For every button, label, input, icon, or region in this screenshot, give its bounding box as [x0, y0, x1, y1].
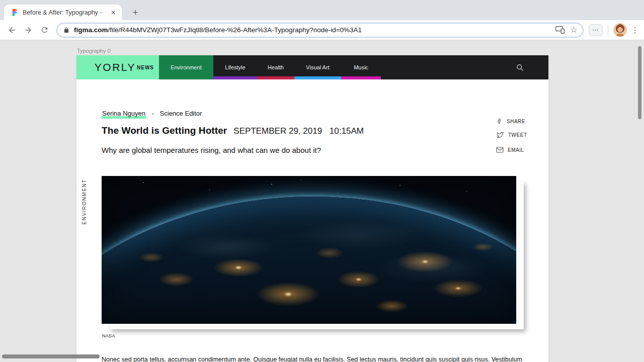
site-header: YORLY NEWS Environment Lifestyle Health … — [76, 55, 548, 79]
frame-label[interactable]: Typography 0 — [77, 48, 111, 54]
reload-icon — [40, 26, 49, 34]
toolbar-divider — [608, 25, 608, 35]
nav-item-environment[interactable]: Environment — [159, 55, 213, 79]
figma-canvas[interactable]: Typography 0 YORLY NEWS Environment Life… — [0, 41, 644, 362]
byline: Serina Nguyen - Science Editor — [102, 110, 202, 117]
twitter-icon — [496, 132, 504, 138]
nav-underline-health — [257, 76, 294, 79]
nav-label: Visual Art — [306, 64, 329, 70]
lock-icon — [63, 27, 69, 34]
share-email-button[interactable]: EMAIL — [496, 146, 527, 154]
devices-icon — [555, 26, 565, 34]
nav-underline-music — [341, 76, 381, 79]
share-column: SHARE TWEET EMAIL — [496, 117, 527, 159]
article-dateline: SEPTEMBER 29, 2019 10:15AM — [233, 126, 364, 136]
share-twitter-button[interactable]: TWEET — [496, 131, 527, 139]
new-tab-button[interactable]: + — [129, 6, 142, 19]
browser-tab-bar: Before & After: Typography – F ✕ + — [0, 0, 644, 20]
brand-title: YORLY — [95, 61, 136, 73]
nav-label: Environment — [171, 64, 202, 70]
star-icon: ☆ — [570, 26, 578, 34]
byline-separator: - — [152, 110, 154, 117]
nav-label: Lifestyle — [225, 64, 245, 70]
reload-button[interactable] — [36, 22, 52, 38]
tab-title-fade — [97, 9, 109, 16]
figma-logo-icon — [11, 9, 18, 16]
extensions-button[interactable]: ⋯ — [589, 24, 603, 36]
nav-underline-lifestyle — [213, 76, 257, 79]
image-caption: NASA — [102, 333, 115, 338]
article-hero-image[interactable] — [102, 176, 516, 324]
forward-button[interactable] — [20, 22, 36, 38]
share-label: SHARE — [507, 119, 525, 124]
browser-toolbar: figma.com/file/R44bMVZWj07T3wFzJIqtl8/Be… — [0, 20, 644, 40]
url-path: /file/R44bMVZWj07T3wFzJIqtl8/Before-%26-… — [108, 26, 362, 34]
email-icon — [496, 147, 504, 153]
tab-close-icon[interactable]: ✕ — [109, 8, 118, 17]
share-label: TWEET — [508, 132, 527, 138]
nav-item-lifestyle[interactable]: Lifestyle — [213, 55, 257, 79]
nav-search-button[interactable] — [512, 55, 528, 79]
site-nav: Environment Lifestyle Health Visual Art … — [159, 55, 548, 79]
horizontal-scrollbar-thumb[interactable] — [2, 354, 100, 358]
nav-item-health[interactable]: Health — [257, 55, 294, 79]
share-facebook-button[interactable]: SHARE — [496, 117, 527, 125]
url-domain: figma.com — [74, 26, 108, 34]
article-standfirst: Why are global temperatures rising, and … — [102, 146, 321, 154]
facebook-icon — [496, 118, 503, 125]
browser-menu-button[interactable]: ⋮ — [631, 26, 639, 34]
nav-item-music[interactable]: Music — [341, 55, 381, 79]
hero-vignette-layer — [102, 176, 516, 324]
back-arrow-icon — [8, 26, 17, 35]
nav-label: Health — [268, 64, 284, 70]
brand-suffix: NEWS — [137, 65, 154, 70]
article-body-preview: Nonec sed porta tellus, accumsan condime… — [102, 356, 544, 362]
nav-underline-visual-art — [294, 76, 341, 79]
headline-row: The World is Getting Hotter SEPTEMBER 29… — [102, 125, 364, 136]
url-text: figma.com/file/R44bMVZWj07T3wFzJIqtl8/Be… — [74, 26, 550, 34]
tab-title: Before & After: Typography – F — [23, 9, 109, 16]
send-to-devices-button[interactable] — [555, 26, 565, 34]
forward-arrow-icon — [24, 26, 33, 35]
browser-tab[interactable]: Before & After: Typography – F ✕ — [4, 5, 122, 20]
profile-avatar[interactable] — [613, 23, 627, 37]
nav-item-visual-art[interactable]: Visual Art — [294, 55, 341, 79]
nav-label: Music — [354, 64, 368, 70]
article-date: SEPTEMBER 29, 2019 — [233, 126, 322, 136]
article-headline: The World is Getting Hotter — [102, 125, 227, 136]
vertical-scrollbar-thumb[interactable] — [638, 46, 641, 119]
article-time: 10:15AM — [330, 126, 364, 136]
address-bar[interactable]: figma.com/file/R44bMVZWj07T3wFzJIqtl8/Be… — [56, 23, 584, 38]
author-name[interactable]: Serina Nguyen — [102, 110, 146, 119]
design-frame[interactable]: YORLY NEWS Environment Lifestyle Health … — [76, 55, 548, 362]
site-logo[interactable]: YORLY NEWS — [76, 55, 159, 79]
bookmark-star-button[interactable]: ☆ — [570, 26, 578, 34]
author-role: Science Editor — [160, 110, 202, 117]
category-side-label: ENVIRONMENT — [82, 185, 87, 225]
article-hero — [102, 176, 516, 324]
search-icon — [516, 64, 524, 71]
back-button[interactable] — [4, 22, 20, 38]
share-label: EMAIL — [508, 147, 524, 153]
